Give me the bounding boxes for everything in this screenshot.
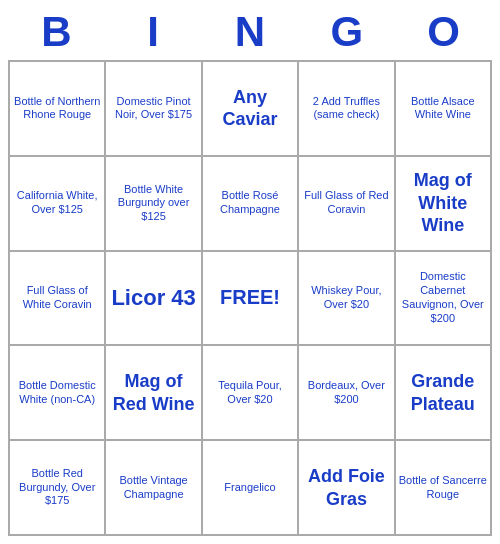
bingo-cell-14: Domestic Cabernet Sauvignon, Over $200 — [395, 251, 491, 346]
bingo-cell-24: Bottle of Sancerre Rouge — [395, 440, 491, 535]
bingo-cell-19: Grande Plateau — [395, 345, 491, 440]
bingo-letter-i: I — [109, 8, 197, 56]
bingo-cell-21: Bottle Vintage Champagne — [105, 440, 201, 535]
bingo-letter-n: N — [206, 8, 294, 56]
bingo-cell-20: Bottle Red Burgundy, Over $175 — [9, 440, 105, 535]
bingo-cell-3: 2 Add Truffles (same check) — [298, 61, 394, 156]
bingo-cell-8: Full Glass of Red Coravin — [298, 156, 394, 251]
bingo-cell-12: FREE! — [202, 251, 298, 346]
bingo-cell-1: Domestic Pinot Noir, Over $175 — [105, 61, 201, 156]
bingo-cell-4: Bottle Alsace White Wine — [395, 61, 491, 156]
bingo-cell-5: California White, Over $125 — [9, 156, 105, 251]
bingo-cell-13: Whiskey Pour, Over $20 — [298, 251, 394, 346]
bingo-cell-17: Tequila Pour, Over $20 — [202, 345, 298, 440]
bingo-cell-9: Mag of White Wine — [395, 156, 491, 251]
bingo-letter-g: G — [303, 8, 391, 56]
bingo-cell-16: Mag of Red Wine — [105, 345, 201, 440]
bingo-cell-2: Any Caviar — [202, 61, 298, 156]
bingo-cell-11: Licor 43 — [105, 251, 201, 346]
bingo-letter-o: O — [400, 8, 488, 56]
bingo-cell-18: Bordeaux, Over $200 — [298, 345, 394, 440]
bingo-letter-b: B — [12, 8, 100, 56]
bingo-cell-7: Bottle Rosé Champagne — [202, 156, 298, 251]
bingo-cell-22: Frangelico — [202, 440, 298, 535]
bingo-cell-0: Bottle of Northern Rhone Rouge — [9, 61, 105, 156]
bingo-grid: Bottle of Northern Rhone RougeDomestic P… — [8, 60, 492, 536]
bingo-cell-15: Bottle Domestic White (non-CA) — [9, 345, 105, 440]
bingo-header: BINGO — [8, 8, 492, 56]
bingo-cell-23: Add Foie Gras — [298, 440, 394, 535]
bingo-cell-10: Full Glass of White Coravin — [9, 251, 105, 346]
bingo-cell-6: Bottle White Burgundy over $125 — [105, 156, 201, 251]
